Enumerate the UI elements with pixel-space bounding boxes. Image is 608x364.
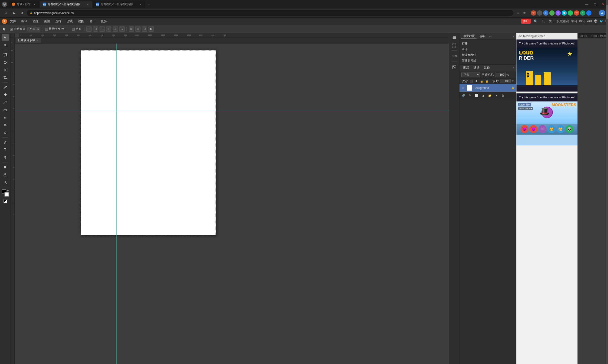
dodge-tool[interactable] xyxy=(2,129,9,136)
quick-mask-tool[interactable] xyxy=(2,198,9,205)
crop-tool[interactable] xyxy=(2,74,9,81)
lasso-tool[interactable] xyxy=(2,59,9,66)
lock-position-icon[interactable]: ✚ xyxy=(475,79,479,83)
layer-row-background[interactable]: 👁 Background 🔒 xyxy=(459,84,516,92)
healing-tool[interactable] xyxy=(2,91,9,98)
minimize-button[interactable]: — xyxy=(584,2,590,6)
ext-2[interactable] xyxy=(537,10,542,16)
menu-view[interactable]: 视图 xyxy=(76,18,87,24)
menu-api[interactable]: API xyxy=(587,19,592,23)
lock-pixels-icon[interactable]: ⬛ xyxy=(469,79,473,83)
back-button[interactable]: ◀ xyxy=(3,10,9,16)
distance-check[interactable]: 距离 xyxy=(71,26,82,31)
tab-close-1[interactable]: ✕ xyxy=(33,3,36,6)
history-item-all[interactable]: 全部 xyxy=(460,46,515,52)
menu-layer[interactable]: 图层 xyxy=(42,18,52,24)
marquee-tool[interactable] xyxy=(2,51,9,58)
channels-tab[interactable]: 通道 xyxy=(472,65,481,70)
fit-tool[interactable]: FIt xyxy=(2,42,9,49)
menu-feedback[interactable]: 反馈错误 xyxy=(557,19,569,23)
delete-layer-btn[interactable]: 🗑 xyxy=(501,93,505,98)
paths-tab[interactable]: 路径 xyxy=(482,65,492,70)
layers-panel-expand[interactable]: ⋯ xyxy=(508,66,511,69)
hotspot-button[interactable]: 推广 xyxy=(521,19,531,24)
show-transform-checkbox[interactable] xyxy=(45,28,48,30)
eraser-tool[interactable] xyxy=(2,106,9,114)
reload-button[interactable]: ↺ xyxy=(19,10,25,16)
ad-game-2[interactable]: Try this game from the creators of Photo… xyxy=(517,93,578,145)
adjustment-btn[interactable]: ◑ xyxy=(481,93,486,98)
distribute-2-button[interactable]: ⊡ xyxy=(142,26,147,32)
pen-tool[interactable] xyxy=(2,139,9,146)
layers-panel-close[interactable]: × xyxy=(512,66,514,69)
swap-colors-icon[interactable]: ⇄ xyxy=(7,189,9,192)
profile-button[interactable]: A xyxy=(599,10,605,16)
close-button[interactable]: ✕ xyxy=(600,2,606,6)
reddit-icon[interactable]: 👽 xyxy=(594,19,598,23)
menu-edit[interactable]: 编辑 xyxy=(19,18,30,24)
more-extensions[interactable]: ⋯ xyxy=(592,10,597,16)
palette-tab[interactable]: 色板 xyxy=(478,34,487,39)
distribute-h-button[interactable]: ⊞ xyxy=(129,26,134,32)
ext-8[interactable]: W xyxy=(574,10,579,16)
tab-close-2[interactable]: ✕ xyxy=(86,3,89,6)
history-item-guide2[interactable]: 新建参考线 xyxy=(460,58,515,63)
align-center-h-button[interactable]: ⊟ xyxy=(93,26,98,32)
layers-tab[interactable]: 图层 xyxy=(461,65,471,70)
image-panel-btn[interactable] xyxy=(451,63,458,71)
gradient-tool[interactable] xyxy=(2,114,9,121)
background-color[interactable] xyxy=(4,192,9,196)
magic-wand-tool[interactable] xyxy=(2,66,9,74)
ext-3[interactable]: S xyxy=(543,10,548,16)
search-button[interactable]: 🔍 xyxy=(532,18,539,24)
tab-ps-active[interactable]: PS 免费在线PS-图片在线编辑PSD文... ✕ xyxy=(40,1,92,8)
doc-tab-close[interactable]: × xyxy=(36,39,39,42)
blend-mode-select[interactable]: 正常 xyxy=(461,72,480,77)
fullscreen-button[interactable]: ⛶ xyxy=(541,18,547,24)
css-panel-btn[interactable]: CSS xyxy=(451,52,458,60)
distribute-3-button[interactable]: ⊠ xyxy=(149,26,154,32)
fill-input[interactable] xyxy=(500,79,511,83)
ext-1[interactable]: 🛡 xyxy=(531,10,536,16)
canvas-area[interactable]: 0 100 200 300 400 500 600 xyxy=(10,33,449,364)
lock-artboard-icon[interactable]: 🔒 xyxy=(480,79,484,83)
align-center-v-button[interactable]: ⊥ xyxy=(113,26,118,32)
distance-checkbox[interactable] xyxy=(72,28,75,30)
panel-expand-btn[interactable]: ⋯ xyxy=(489,35,492,38)
color-swatches[interactable]: ⇄ xyxy=(2,189,9,196)
lock-all-icon[interactable]: 🔒 xyxy=(485,79,489,83)
menu-image[interactable]: 图像 xyxy=(30,18,41,24)
ad-game-1[interactable]: Try this game from the creators of Photo… xyxy=(517,39,578,91)
path-select-tool[interactable]: ¶ xyxy=(2,154,9,161)
tab-ps-3[interactable]: PS 免费在线PS-图片在线编辑PSD文... ✕ xyxy=(93,1,145,8)
link-layers-btn[interactable]: 🔗 xyxy=(461,93,466,98)
history-tab[interactable]: 历史记录 xyxy=(461,34,477,39)
menu-filter[interactable]: 滤镜 xyxy=(64,18,75,24)
ext-6[interactable]: 🔄 xyxy=(562,10,567,16)
history-panel-btn[interactable] xyxy=(451,34,458,42)
panel-close-btn[interactable]: × xyxy=(512,35,514,38)
new-layer-btn[interactable]: + xyxy=(494,93,499,98)
ext-4[interactable]: ↓ xyxy=(549,10,555,16)
menu-select[interactable]: 选择 xyxy=(53,18,64,24)
menu-blog[interactable]: Blog xyxy=(579,19,585,23)
shape-tool[interactable] xyxy=(2,164,9,171)
menu-more[interactable]: 更多 xyxy=(98,18,109,24)
tab-close-3[interactable]: ✕ xyxy=(139,3,142,6)
bookmark-icon[interactable]: ☆ xyxy=(515,10,520,16)
fx-btn[interactable]: fx xyxy=(467,93,472,98)
ext-7[interactable]: → xyxy=(568,10,573,16)
mask-btn[interactable]: ⬜ xyxy=(474,93,479,98)
ext-10[interactable]: f xyxy=(586,10,592,16)
layer-visibility-icon[interactable]: 👁 xyxy=(461,86,465,90)
align-bottom-button[interactable]: ↧ xyxy=(119,26,125,32)
url-bar[interactable]: 🔒 https://www.logosc.cn/online-ps xyxy=(27,10,513,16)
zoom-tool[interactable] xyxy=(2,179,9,186)
align-left-button[interactable]: ⊢ xyxy=(86,26,91,32)
blur-tool[interactable] xyxy=(2,122,9,129)
eye-icon[interactable]: 👁 xyxy=(522,10,527,16)
group-btn[interactable]: 📁 xyxy=(487,93,492,98)
twitter-icon[interactable]: 🐦 xyxy=(599,19,603,23)
doc-tab-new[interactable]: 新建项目.psd × xyxy=(16,38,41,43)
align-top-button[interactable]: ⊤ xyxy=(106,26,111,32)
